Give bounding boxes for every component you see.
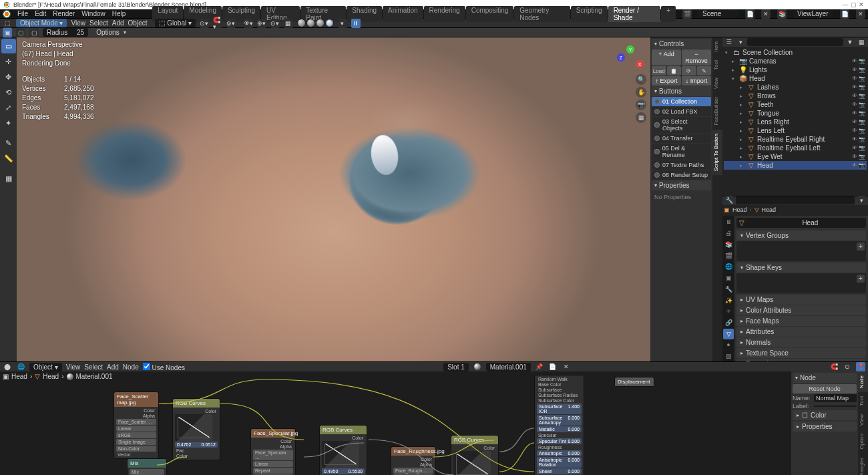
outliner-search[interactable] — [747, 38, 843, 46]
ptab-physics[interactable]: ⚛ — [723, 306, 734, 317]
eye-icon[interactable]: 👁 — [852, 128, 857, 134]
render-icon[interactable]: 📷 — [859, 145, 865, 151]
tree-row[interactable]: ▸📷Cameras👁📷 — [724, 57, 867, 65]
menu-select[interactable]: Select — [89, 19, 108, 27]
render-icon[interactable]: 📷 — [859, 119, 865, 125]
tree-row[interactable]: ▾🗀Scene Collection — [724, 48, 867, 57]
load-button[interactable]: Load — [652, 66, 666, 75]
xray-toggle[interactable]: ▦ — [284, 19, 293, 28]
filter-icon[interactable]: ▼ — [845, 37, 855, 47]
select-mode-1[interactable]: ▣ — [3, 28, 12, 37]
render-icon[interactable]: 📷 — [859, 136, 865, 142]
tree-row[interactable]: ▸▽Lashes👁📷 — [724, 83, 867, 92]
remesh-section[interactable]: Remesh — [736, 359, 866, 362]
scale-tool[interactable]: ⤢ — [1, 100, 16, 115]
eye-icon[interactable]: 👁 — [852, 102, 857, 108]
addcube-tool[interactable]: ▦ — [1, 171, 16, 186]
remove-button[interactable]: − Remove — [682, 49, 711, 65]
ptab-world[interactable]: 🌐 — [723, 261, 734, 272]
orientation-dropdown[interactable]: ⬚ Global ▾ — [155, 19, 195, 27]
node-props-section[interactable]: Properties — [793, 422, 857, 432]
eye-icon[interactable]: 👁 — [852, 58, 857, 64]
color-attrs-section[interactable]: Color Attributes — [736, 305, 866, 315]
ptab-particles[interactable]: ✨ — [723, 295, 734, 306]
node-color-section[interactable]: ☐ Color — [793, 410, 857, 420]
copy-icon[interactable]: 📋 — [667, 66, 682, 75]
options-menu[interactable]: Options — [96, 29, 119, 36]
eye-icon[interactable]: 👁 — [852, 67, 857, 73]
menu-add[interactable]: Add — [112, 19, 124, 27]
render-icon[interactable]: 📷 — [859, 93, 865, 99]
cursor-tool[interactable]: ✛ — [1, 54, 16, 69]
node-graph[interactable]: ▣ Head › ▽ Head › Material.001 Face_Scat… — [0, 371, 791, 475]
node-menu-select[interactable]: Select — [84, 363, 103, 371]
node-panel-tab[interactable]: Node Wrangler — [858, 454, 868, 475]
workspace-tab[interactable]: Geometry Nodes — [514, 6, 570, 22]
transform-tool[interactable]: ✦ — [1, 116, 16, 130]
slot-dropdown[interactable]: Slot 1 — [443, 363, 469, 371]
object-dropdown[interactable]: Object ▾ — [29, 363, 62, 371]
controls-header[interactable]: Controls — [652, 39, 711, 49]
node-snap-icon[interactable]: 🧲 — [829, 362, 839, 371]
move-tool[interactable]: ✥ — [1, 69, 16, 84]
node-panel-tab[interactable]: Option — [858, 430, 868, 454]
reset-node-button[interactable]: Reset Node — [793, 384, 857, 393]
node-rgb-curves-2[interactable]: RGB Curves Color 0.49500.5530 FacColor — [319, 425, 367, 475]
npanel-tab[interactable]: Script To Button — [712, 130, 722, 175]
ptab-data[interactable]: ▽ — [723, 329, 734, 339]
select-mode-3[interactable]: ▢ — [29, 28, 39, 37]
ptab-constraints[interactable]: 🔗 — [723, 317, 734, 328]
solid-shading[interactable] — [306, 19, 315, 27]
workspace-tab[interactable]: Rendering — [424, 6, 465, 22]
axis-x[interactable]: X — [636, 60, 644, 68]
script-button-item[interactable]: 05 Del & Rename — [652, 144, 711, 160]
delete-viewlayer-button[interactable]: ✕ — [856, 9, 865, 19]
rotate-tool[interactable]: ⟲ — [1, 85, 16, 100]
node-panel-header[interactable]: Node — [793, 373, 857, 383]
eye-icon[interactable]: 👁 — [852, 154, 857, 160]
shader-type-icon[interactable]: 🌐 — [16, 362, 25, 371]
menu-view[interactable]: View — [71, 19, 85, 27]
snap-toggle[interactable]: 🧲▾ — [213, 19, 222, 28]
script-button-item[interactable]: 01 Collection — [652, 97, 711, 106]
node-menu-node[interactable]: Node — [123, 363, 139, 371]
props-type-icon[interactable]: 🔧 — [724, 196, 734, 205]
close-button[interactable]: ✕ — [857, 1, 865, 8]
tree-row[interactable]: ▾📦Head👁📷 — [724, 74, 867, 83]
node-overlay-icon[interactable]: ⊙ — [843, 362, 852, 371]
script-button-item[interactable]: 04 Transfer — [652, 134, 711, 143]
menu-render[interactable]: Render — [53, 10, 75, 17]
tree-row[interactable]: ▸💡Lights👁📷 — [724, 65, 867, 74]
menu-help[interactable]: Help — [112, 10, 126, 17]
render-icon[interactable]: 📷 — [859, 128, 865, 134]
tree-row[interactable]: ▸▽Realtime Eyeball Left👁📷 — [724, 144, 867, 152]
import-button[interactable]: ↓ Import — [682, 76, 711, 86]
persp-icon[interactable]: ▦ — [636, 112, 646, 123]
menu-object[interactable]: Object — [128, 19, 148, 27]
maximize-button[interactable]: ▢ — [849, 1, 857, 8]
node-menu-view[interactable]: View — [66, 363, 81, 371]
edit-icon[interactable]: ✎ — [697, 66, 712, 75]
mesh-name-field[interactable]: ▽ Head — [736, 218, 866, 228]
ptab-render[interactable]: 🖥 — [723, 217, 734, 228]
properties-header[interactable]: Properties — [652, 180, 711, 190]
material-dropdown[interactable]: Material.001 — [486, 363, 531, 371]
new-mat-icon[interactable]: 📄 — [548, 362, 558, 371]
node-label-field[interactable] — [814, 406, 857, 407]
gizmo-toggle[interactable]: ⊕▾ — [257, 19, 266, 28]
script-button-item[interactable]: 08 Render Setup — [652, 170, 711, 180]
render-icon[interactable]: 📷 — [859, 84, 865, 90]
node-editor-type-icon[interactable]: ⬤ — [3, 362, 12, 371]
render-icon[interactable]: 📷 — [859, 162, 865, 168]
script-button-item[interactable]: 07 Textre Paths — [652, 160, 711, 170]
eye-icon[interactable]: 👁 — [852, 84, 857, 90]
wireframe-shading[interactable] — [297, 19, 306, 27]
ptab-viewlayer[interactable]: 📚 — [723, 239, 734, 250]
script-button-item[interactable]: 03 Select Objects — [652, 117, 711, 133]
node-rgb-curves-1[interactable]: RGB Curves Color 0.47020.6512 FacColor — [172, 398, 220, 460]
shape-keys-list[interactable]: + — [736, 273, 866, 293]
npanel-tab[interactable]: FaceBuilder — [712, 93, 722, 130]
eye-icon[interactable]: 👁 — [852, 145, 857, 151]
eye-icon[interactable]: 👁 — [852, 110, 857, 116]
workspace-tab[interactable]: UV Editing — [261, 6, 300, 22]
